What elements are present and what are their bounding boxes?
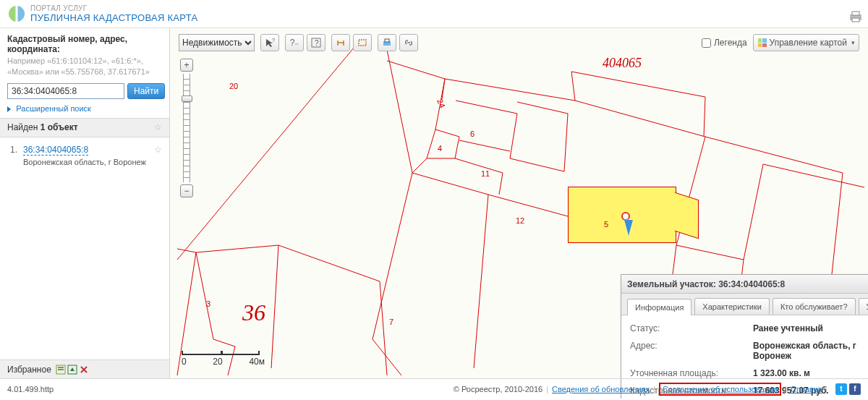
result-number: 1. bbox=[10, 145, 17, 155]
pin-callout-icon bbox=[624, 220, 633, 236]
pointer-help-icon[interactable]: ? bbox=[260, 34, 279, 51]
zoom-thumb[interactable] bbox=[182, 95, 192, 102]
popup-title: Земельный участок: 36:34:0404065:8 bbox=[627, 279, 785, 289]
brand-big: ПУБЛИЧНАЯ КАДАСТРОВАЯ КАРТА bbox=[30, 12, 198, 23]
tab-info[interactable]: Информация bbox=[627, 299, 692, 315]
svg-text:?: ? bbox=[272, 38, 275, 43]
result-link[interactable]: 36:34:0404065:8 bbox=[23, 145, 88, 156]
svg-rect-12 bbox=[852, 12, 859, 15]
brand-small: ПОРТАЛ УСЛУГ bbox=[30, 4, 198, 12]
results-list: 1. 36:34:0404065:8 Воронежская область, … bbox=[0, 137, 169, 359]
tab-service[interactable]: Кто обслуживает? bbox=[773, 298, 856, 315]
version-label: 4.01.499.http bbox=[7, 385, 54, 393]
favorites-bar: Избранное bbox=[0, 359, 169, 378]
advanced-search-link[interactable]: Расширенный поиск bbox=[7, 103, 162, 114]
copyright-label: © Росреестр, 2010-2016 bbox=[454, 385, 542, 393]
parcel-number: 5 bbox=[604, 220, 608, 229]
tab-chars[interactable]: Характеристики bbox=[694, 298, 770, 315]
logo-icon bbox=[7, 4, 26, 23]
popup-tabs: Информация Характеристики Кто обслуживае… bbox=[621, 294, 868, 315]
svg-rect-0 bbox=[16, 5, 18, 22]
map-toolbar: Недвижимость ? ?₋ ? bbox=[179, 34, 418, 51]
parcel-number: 12 bbox=[516, 216, 524, 225]
star-icon[interactable]: ☆ bbox=[154, 118, 162, 137]
help-icon[interactable]: ?₋ bbox=[285, 34, 304, 51]
popup-header[interactable]: Земельный участок: 36:34:0404065:8 ✕ bbox=[621, 275, 868, 294]
twitter-icon[interactable]: t bbox=[835, 383, 847, 395]
favorite-delete-icon[interactable] bbox=[79, 365, 89, 375]
found-prefix: Найден bbox=[7, 122, 41, 132]
scale-label: 0 bbox=[182, 357, 187, 367]
parcel-number: 11 bbox=[481, 169, 490, 178]
favorite-export-icon[interactable] bbox=[67, 365, 77, 375]
facebook-icon[interactable]: f bbox=[849, 383, 861, 395]
zoom-out-button[interactable]: − bbox=[180, 184, 193, 197]
quarter-label: 404065 bbox=[603, 56, 642, 71]
found-count: 1 объект bbox=[41, 122, 78, 132]
parcel-number: 3 bbox=[206, 299, 210, 308]
advanced-search-label: Расширенный поиск bbox=[16, 104, 91, 113]
parcel-number: 4 bbox=[438, 144, 442, 153]
scale-label: 20 bbox=[213, 357, 222, 367]
popup-row: Статус:Ранее учтенный bbox=[630, 320, 868, 337]
updates-link[interactable]: Сведения об обновлениях bbox=[552, 385, 650, 393]
layers-icon bbox=[758, 38, 767, 47]
print-icon[interactable] bbox=[849, 11, 862, 22]
map-toolbar-right: Легенда Управление картой bbox=[702, 34, 859, 51]
map-area[interactable]: 36 404065 404066 34 20 3 4 6 11 7 12 5 2… bbox=[170, 28, 868, 378]
search-title: Кадастровый номер, адрес, координата: bbox=[7, 34, 162, 54]
layer-select[interactable]: Недвижимость bbox=[179, 34, 255, 51]
footer: 4.01.499.http © Росреестр, 2010-2016 | С… bbox=[0, 378, 868, 399]
measure-distance-icon[interactable] bbox=[331, 34, 350, 51]
info-icon[interactable]: ? bbox=[307, 34, 326, 51]
brand-block: ПОРТАЛ УСЛУГ ПУБЛИЧНАЯ КАДАСТРОВАЯ КАРТА bbox=[30, 4, 198, 23]
region-label: 36 bbox=[242, 299, 265, 326]
favorites-label: Избранное bbox=[7, 365, 51, 375]
print-icon[interactable] bbox=[378, 34, 396, 51]
app-header: ПОРТАЛ УСЛУГ ПУБЛИЧНАЯ КАДАСТРОВАЯ КАРТА bbox=[0, 0, 868, 27]
help-link[interactable]: Справка bbox=[791, 385, 822, 393]
svg-rect-2 bbox=[58, 367, 64, 368]
results-header: Найден 1 объект ☆ bbox=[0, 119, 169, 137]
find-button[interactable]: Найти bbox=[127, 83, 165, 99]
svg-text:?: ? bbox=[315, 39, 319, 47]
tab-uslugi[interactable]: Услуги bbox=[859, 298, 868, 315]
map-manage-label: Управление картой bbox=[770, 38, 847, 48]
svg-rect-10 bbox=[385, 39, 389, 42]
map-manage-dropdown[interactable]: Управление картой bbox=[753, 34, 859, 51]
star-icon[interactable]: ☆ bbox=[154, 145, 162, 155]
scale-label: 40м bbox=[249, 357, 265, 367]
zoom-control: + − bbox=[180, 59, 193, 197]
link-icon[interactable] bbox=[399, 34, 418, 51]
zoom-slider[interactable] bbox=[183, 74, 190, 182]
zoom-in-button[interactable]: + bbox=[180, 59, 193, 72]
search-hint: Например «61:6:10104:12», «61:6:*», «Мос… bbox=[7, 56, 162, 77]
terms-highlight: Соглашение об использовании bbox=[659, 383, 781, 396]
legend-checkbox[interactable]: Легенда bbox=[702, 38, 747, 48]
legend-checkbox-input[interactable] bbox=[702, 38, 711, 48]
favorite-list-icon[interactable] bbox=[56, 365, 66, 375]
measure-area-icon[interactable] bbox=[353, 34, 372, 51]
result-address: Воронежская область, г Воронеж bbox=[23, 158, 162, 166]
scale-bar: 0 20 40м bbox=[182, 351, 265, 367]
terms-link[interactable]: Соглашение об использовании bbox=[663, 385, 778, 393]
svg-rect-8 bbox=[359, 40, 366, 46]
left-panel: Кадастровый номер, адрес, координата: На… bbox=[0, 28, 170, 378]
popup-row: Адрес:Воронежская область, г Воронеж bbox=[630, 337, 868, 365]
parcel-number: 20 bbox=[229, 82, 238, 90]
svg-rect-3 bbox=[58, 369, 64, 370]
parcel-number: 6 bbox=[470, 129, 475, 138]
chevron-right-icon bbox=[7, 106, 11, 112]
search-block: Кадастровый номер, адрес, координата: На… bbox=[0, 28, 169, 119]
parcel-number: 7 bbox=[389, 318, 393, 326]
svg-rect-13 bbox=[852, 18, 859, 22]
search-input[interactable] bbox=[7, 83, 124, 99]
legend-label: Легенда bbox=[714, 38, 747, 48]
result-item[interactable]: 1. 36:34:0404065:8 Воронежская область, … bbox=[7, 145, 162, 166]
